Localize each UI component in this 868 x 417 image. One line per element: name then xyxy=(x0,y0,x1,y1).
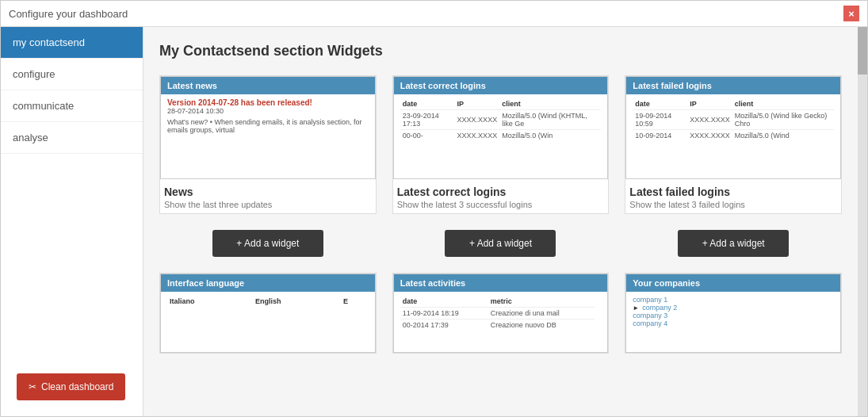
widget-latest-activities: Latest activities date metric xyxy=(392,273,610,354)
company-link-4[interactable]: company 4 xyxy=(633,319,834,327)
main-layout: my contactsend configure communicate ana… xyxy=(1,27,867,416)
widget-correct-logins-desc: Show the latest 3 successful logins xyxy=(397,200,605,209)
widget-failed-logins: Latest failed logins date IP client xyxy=(625,75,842,214)
widget-your-companies-content: company 1 ► company 2 company 3 company … xyxy=(626,292,840,331)
page-title: My Contactsend section Widgets xyxy=(159,43,842,59)
widget-news-preview: Latest news Version 2014-07-28 has been … xyxy=(160,76,376,179)
table-row: 23-09-2014 17:13 XXXX.XXXX Mozilla/5.0 (… xyxy=(400,110,602,130)
close-button[interactable]: × xyxy=(843,6,859,21)
col-date: date xyxy=(633,98,687,110)
widget-failed-logins-content: date IP client 19-09-2014 10:59 XXXX.XXX… xyxy=(626,94,840,145)
widget-failed-logins-preview: Latest failed logins date IP client xyxy=(625,76,841,179)
widget-latest-activities-content: date metric 11-09-2014 18:19 Creazione d… xyxy=(394,292,608,335)
sidebar: my contactsend configure communicate ana… xyxy=(1,27,143,416)
add-widget-button-failed-logins[interactable]: + Add a widget xyxy=(678,230,789,257)
table-row: 10-09-2014 XXXX.XXXX Mozilla/5.0 (Wind xyxy=(633,130,834,142)
sidebar-item-configure[interactable]: configure xyxy=(1,59,143,90)
add-widget-cell-2: + Add a widget xyxy=(392,230,610,257)
widgets-grid-row2: Interface language Italiano English E xyxy=(159,273,842,354)
scrollbar[interactable] xyxy=(858,27,867,416)
clean-dashboard-button[interactable]: ✂ Clean dashboard xyxy=(17,373,125,400)
sidebar-item-my-contactsend[interactable]: my contactsend xyxy=(1,27,143,59)
widget-news-desc: Show the last three updates xyxy=(164,200,372,209)
widget-your-companies-preview: Your companies company 1 ► company 2 com… xyxy=(625,274,841,353)
configure-dashboard-window: Configure your dashboard × my contactsen… xyxy=(0,0,868,417)
col-date: date xyxy=(400,98,455,110)
scissor-icon: ✂ xyxy=(29,381,36,392)
sidebar-item-communicate[interactable]: communicate xyxy=(1,90,143,122)
widget-latest-activities-header: Latest activities xyxy=(394,274,608,292)
arrow-icon: ► xyxy=(633,304,639,312)
add-widget-button-news[interactable]: + Add a widget xyxy=(212,230,323,257)
widget-news: Latest news Version 2014-07-28 has been … xyxy=(159,75,377,214)
widget-news-content: Version 2014-07-28 has been released! 28… xyxy=(161,94,375,138)
add-widget-button-correct-logins[interactable]: + Add a widget xyxy=(445,230,556,257)
widget-failed-logins-header: Latest failed logins xyxy=(626,77,840,94)
widget-failed-logins-desc: Show the latest 3 failed logins xyxy=(629,200,837,209)
widget-your-companies-header: Your companies xyxy=(626,274,840,292)
company-link-3[interactable]: company 3 xyxy=(633,312,834,319)
widget-correct-logins-name: Latest correct logins xyxy=(397,186,605,198)
title-bar: Configure your dashboard × xyxy=(1,1,867,27)
widget-news-header: Latest news xyxy=(161,77,375,94)
add-widget-cell-3: + Add a widget xyxy=(625,230,842,257)
company-arrow-row: ► company 2 xyxy=(633,304,834,312)
widget-news-info: News Show the last three updates xyxy=(160,179,376,213)
widget-news-name: News xyxy=(164,186,372,198)
widget-failed-logins-info: Latest failed logins Show the latest 3 f… xyxy=(625,179,841,213)
sidebar-nav: my contactsend configure communicate ana… xyxy=(1,27,143,154)
news-body: What's new? • When sending emails, it is… xyxy=(167,118,369,134)
col-client: client xyxy=(732,98,834,110)
sidebar-item-analyse[interactable]: analyse xyxy=(1,122,143,154)
scrollbar-thumb[interactable] xyxy=(858,27,867,75)
widget-interface-language-header: Interface language xyxy=(161,274,375,292)
widget-correct-logins-info: Latest correct logins Show the latest 3 … xyxy=(393,179,609,213)
table-row: 00-2014 17:39 Creazione nuovo DB xyxy=(400,319,602,331)
news-date: 28-07-2014 10:30 xyxy=(167,107,369,115)
col-ip: IP xyxy=(455,98,500,110)
widget-correct-logins-preview: Latest correct logins date IP client xyxy=(393,76,609,179)
table-row: 11-09-2014 18:19 Creazione di una mail xyxy=(400,308,602,319)
correct-logins-table: date IP client 23-09-2014 17:13 XXXX.XXX… xyxy=(400,98,602,141)
table-row: 00-00- XXXX.XXXX Mozilla/5.0 (Win xyxy=(400,130,602,142)
widget-correct-logins-header: Latest correct logins xyxy=(394,77,608,94)
widget-your-companies: Your companies company 1 ► company 2 com… xyxy=(625,273,842,354)
widget-interface-language-content: Italiano English E xyxy=(161,292,375,311)
widget-correct-logins-content: date IP client 23-09-2014 17:13 XXXX.XXX… xyxy=(394,94,608,145)
language-table: Italiano English E xyxy=(167,296,369,307)
activities-table: date metric 11-09-2014 18:19 Creazione d… xyxy=(400,296,602,331)
widgets-grid-row1: Latest news Version 2014-07-28 has been … xyxy=(159,75,842,214)
table-row: 19-09-2014 10:59 XXXX.XXXX Mozilla/5.0 (… xyxy=(633,110,834,130)
col-ip: IP xyxy=(687,98,732,110)
content-area: My Contactsend section Widgets Latest ne… xyxy=(143,27,858,416)
failed-logins-table: date IP client 19-09-2014 10:59 XXXX.XXX… xyxy=(633,98,834,141)
add-widget-row-1: + Add a widget + Add a widget + Add a wi… xyxy=(159,230,842,257)
company-link-1[interactable]: company 1 xyxy=(633,296,834,304)
add-widget-cell-1: + Add a widget xyxy=(159,230,377,257)
news-title: Version 2014-07-28 has been released! xyxy=(167,98,369,107)
window-title: Configure your dashboard xyxy=(9,8,128,20)
widget-latest-activities-preview: Latest activities date metric xyxy=(393,274,609,353)
widget-failed-logins-name: Latest failed logins xyxy=(629,186,837,198)
widget-correct-logins: Latest correct logins date IP client xyxy=(392,75,610,214)
company-link-2[interactable]: company 2 xyxy=(642,304,677,312)
widget-interface-language-preview: Interface language Italiano English E xyxy=(160,274,376,353)
col-client: client xyxy=(499,98,601,110)
widget-interface-language: Interface language Italiano English E xyxy=(159,273,377,354)
